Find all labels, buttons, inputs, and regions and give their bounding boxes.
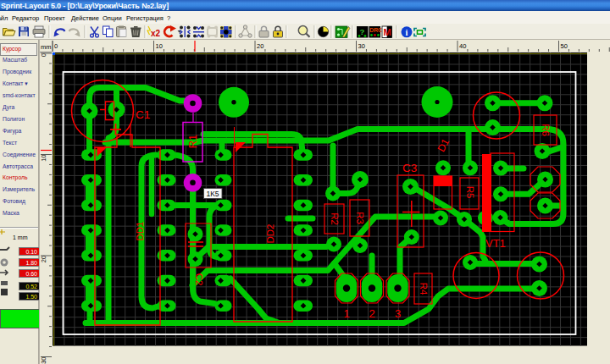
- svg-text:DRC: DRC: [369, 27, 382, 33]
- svg-text:R3: R3: [355, 212, 365, 224]
- svg-text:R4: R4: [419, 283, 429, 295]
- svg-text:R1: R1: [186, 135, 199, 149]
- svg-text:x2: x2: [151, 29, 161, 38]
- svg-text:10: 10: [40, 155, 47, 162]
- svg-text:M: M: [384, 27, 391, 37]
- svg-text:40: 40: [459, 42, 466, 50]
- svg-text:R6: R6: [541, 124, 551, 136]
- svg-text:30: 30: [40, 357, 47, 364]
- svg-text:50: 50: [561, 42, 568, 50]
- svg-text:30: 30: [358, 42, 365, 50]
- svg-text:1K5: 1K5: [206, 190, 219, 198]
- svg-text:10: 10: [156, 42, 163, 50]
- svg-text:VT1: VT1: [485, 237, 506, 250]
- svg-text:0: 0: [54, 42, 58, 50]
- svg-text:0: 0: [40, 53, 47, 57]
- svg-text:2: 2: [369, 307, 374, 320]
- svg-text:C3: C3: [402, 162, 417, 174]
- svg-text:C2: C2: [194, 273, 204, 286]
- svg-text:3: 3: [395, 307, 401, 320]
- svg-text:20: 20: [257, 42, 263, 50]
- svg-text:R2: R2: [330, 212, 340, 225]
- svg-text:1: 1: [343, 307, 349, 320]
- svg-text:C1: C1: [136, 108, 150, 121]
- svg-text:DD2: DD2: [265, 223, 275, 243]
- svg-text:mm: mm: [41, 43, 52, 51]
- svg-text:R5: R5: [465, 186, 475, 199]
- svg-text:?: ?: [360, 27, 365, 36]
- svg-text:20: 20: [40, 256, 47, 262]
- svg-text:i: i: [405, 28, 408, 37]
- svg-text:DD1: DD1: [135, 221, 145, 240]
